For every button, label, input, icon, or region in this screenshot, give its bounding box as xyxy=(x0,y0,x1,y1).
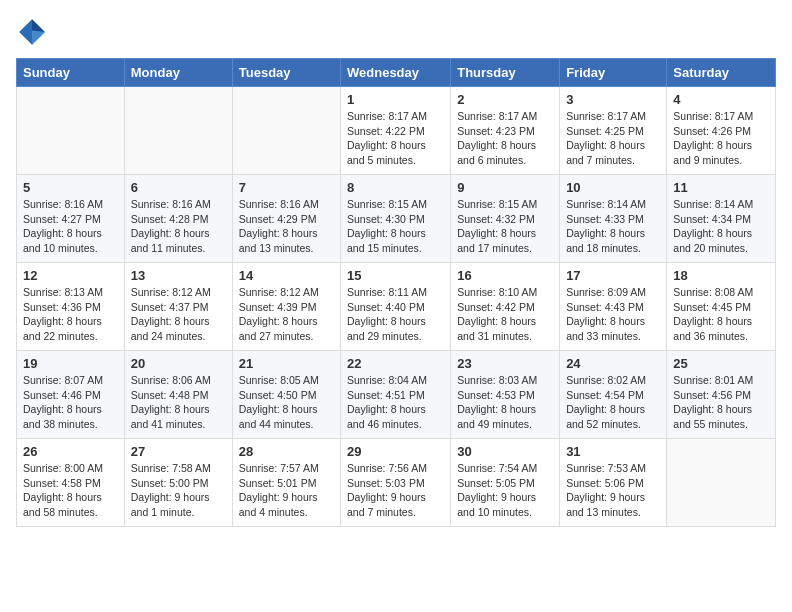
day-number: 25 xyxy=(673,356,769,371)
day-info: Sunrise: 8:11 AM Sunset: 4:40 PM Dayligh… xyxy=(347,285,444,344)
day-info: Sunrise: 8:15 AM Sunset: 4:30 PM Dayligh… xyxy=(347,197,444,256)
calendar-cell: 26Sunrise: 8:00 AM Sunset: 4:58 PM Dayli… xyxy=(17,439,125,527)
svg-marker-2 xyxy=(32,30,45,44)
calendar-cell: 24Sunrise: 8:02 AM Sunset: 4:54 PM Dayli… xyxy=(560,351,667,439)
day-info: Sunrise: 8:05 AM Sunset: 4:50 PM Dayligh… xyxy=(239,373,334,432)
weekday-header-friday: Friday xyxy=(560,59,667,87)
day-number: 22 xyxy=(347,356,444,371)
weekday-header-sunday: Sunday xyxy=(17,59,125,87)
day-info: Sunrise: 8:14 AM Sunset: 4:33 PM Dayligh… xyxy=(566,197,660,256)
calendar-cell xyxy=(124,87,232,175)
day-info: Sunrise: 8:17 AM Sunset: 4:22 PM Dayligh… xyxy=(347,109,444,168)
weekday-header-row: SundayMondayTuesdayWednesdayThursdayFrid… xyxy=(17,59,776,87)
day-info: Sunrise: 8:17 AM Sunset: 4:26 PM Dayligh… xyxy=(673,109,769,168)
calendar-cell: 8Sunrise: 8:15 AM Sunset: 4:30 PM Daylig… xyxy=(341,175,451,263)
day-info: Sunrise: 8:16 AM Sunset: 4:28 PM Dayligh… xyxy=(131,197,226,256)
day-info: Sunrise: 8:16 AM Sunset: 4:29 PM Dayligh… xyxy=(239,197,334,256)
calendar-cell xyxy=(667,439,776,527)
calendar-cell: 27Sunrise: 7:58 AM Sunset: 5:00 PM Dayli… xyxy=(124,439,232,527)
calendar-cell: 29Sunrise: 7:56 AM Sunset: 5:03 PM Dayli… xyxy=(341,439,451,527)
calendar-cell: 11Sunrise: 8:14 AM Sunset: 4:34 PM Dayli… xyxy=(667,175,776,263)
day-number: 31 xyxy=(566,444,660,459)
day-number: 21 xyxy=(239,356,334,371)
calendar-cell: 12Sunrise: 8:13 AM Sunset: 4:36 PM Dayli… xyxy=(17,263,125,351)
day-info: Sunrise: 8:08 AM Sunset: 4:45 PM Dayligh… xyxy=(673,285,769,344)
calendar-cell: 20Sunrise: 8:06 AM Sunset: 4:48 PM Dayli… xyxy=(124,351,232,439)
calendar-cell: 1Sunrise: 8:17 AM Sunset: 4:22 PM Daylig… xyxy=(341,87,451,175)
day-info: Sunrise: 8:00 AM Sunset: 4:58 PM Dayligh… xyxy=(23,461,118,520)
day-number: 15 xyxy=(347,268,444,283)
calendar-cell: 6Sunrise: 8:16 AM Sunset: 4:28 PM Daylig… xyxy=(124,175,232,263)
day-number: 5 xyxy=(23,180,118,195)
day-number: 20 xyxy=(131,356,226,371)
weekday-header-monday: Monday xyxy=(124,59,232,87)
day-info: Sunrise: 8:10 AM Sunset: 4:42 PM Dayligh… xyxy=(457,285,553,344)
day-info: Sunrise: 8:03 AM Sunset: 4:53 PM Dayligh… xyxy=(457,373,553,432)
day-info: Sunrise: 8:12 AM Sunset: 4:37 PM Dayligh… xyxy=(131,285,226,344)
day-number: 3 xyxy=(566,92,660,107)
day-number: 17 xyxy=(566,268,660,283)
day-info: Sunrise: 7:57 AM Sunset: 5:01 PM Dayligh… xyxy=(239,461,334,520)
day-number: 1 xyxy=(347,92,444,107)
day-number: 12 xyxy=(23,268,118,283)
day-number: 29 xyxy=(347,444,444,459)
day-number: 30 xyxy=(457,444,553,459)
day-info: Sunrise: 8:13 AM Sunset: 4:36 PM Dayligh… xyxy=(23,285,118,344)
day-number: 14 xyxy=(239,268,334,283)
calendar-cell: 17Sunrise: 8:09 AM Sunset: 4:43 PM Dayli… xyxy=(560,263,667,351)
day-info: Sunrise: 8:02 AM Sunset: 4:54 PM Dayligh… xyxy=(566,373,660,432)
day-info: Sunrise: 8:14 AM Sunset: 4:34 PM Dayligh… xyxy=(673,197,769,256)
day-number: 2 xyxy=(457,92,553,107)
day-number: 9 xyxy=(457,180,553,195)
week-row-4: 19Sunrise: 8:07 AM Sunset: 4:46 PM Dayli… xyxy=(17,351,776,439)
calendar-cell: 15Sunrise: 8:11 AM Sunset: 4:40 PM Dayli… xyxy=(341,263,451,351)
weekday-header-thursday: Thursday xyxy=(451,59,560,87)
calendar-cell: 4Sunrise: 8:17 AM Sunset: 4:26 PM Daylig… xyxy=(667,87,776,175)
calendar-cell: 9Sunrise: 8:15 AM Sunset: 4:32 PM Daylig… xyxy=(451,175,560,263)
day-info: Sunrise: 8:09 AM Sunset: 4:43 PM Dayligh… xyxy=(566,285,660,344)
calendar-cell: 23Sunrise: 8:03 AM Sunset: 4:53 PM Dayli… xyxy=(451,351,560,439)
calendar-cell: 21Sunrise: 8:05 AM Sunset: 4:50 PM Dayli… xyxy=(232,351,340,439)
day-number: 27 xyxy=(131,444,226,459)
week-row-5: 26Sunrise: 8:00 AM Sunset: 4:58 PM Dayli… xyxy=(17,439,776,527)
calendar-cell: 28Sunrise: 7:57 AM Sunset: 5:01 PM Dayli… xyxy=(232,439,340,527)
week-row-2: 5Sunrise: 8:16 AM Sunset: 4:27 PM Daylig… xyxy=(17,175,776,263)
calendar-cell: 5Sunrise: 8:16 AM Sunset: 4:27 PM Daylig… xyxy=(17,175,125,263)
calendar-cell: 16Sunrise: 8:10 AM Sunset: 4:42 PM Dayli… xyxy=(451,263,560,351)
weekday-header-tuesday: Tuesday xyxy=(232,59,340,87)
day-info: Sunrise: 8:17 AM Sunset: 4:25 PM Dayligh… xyxy=(566,109,660,168)
day-number: 13 xyxy=(131,268,226,283)
calendar-cell: 10Sunrise: 8:14 AM Sunset: 4:33 PM Dayli… xyxy=(560,175,667,263)
calendar-cell xyxy=(17,87,125,175)
day-number: 16 xyxy=(457,268,553,283)
calendar-cell: 19Sunrise: 8:07 AM Sunset: 4:46 PM Dayli… xyxy=(17,351,125,439)
weekday-header-saturday: Saturday xyxy=(667,59,776,87)
calendar-cell: 14Sunrise: 8:12 AM Sunset: 4:39 PM Dayli… xyxy=(232,263,340,351)
calendar-cell: 7Sunrise: 8:16 AM Sunset: 4:29 PM Daylig… xyxy=(232,175,340,263)
day-number: 8 xyxy=(347,180,444,195)
calendar-cell: 18Sunrise: 8:08 AM Sunset: 4:45 PM Dayli… xyxy=(667,263,776,351)
day-info: Sunrise: 8:07 AM Sunset: 4:46 PM Dayligh… xyxy=(23,373,118,432)
weekday-header-wednesday: Wednesday xyxy=(341,59,451,87)
day-number: 26 xyxy=(23,444,118,459)
day-info: Sunrise: 8:04 AM Sunset: 4:51 PM Dayligh… xyxy=(347,373,444,432)
day-info: Sunrise: 8:17 AM Sunset: 4:23 PM Dayligh… xyxy=(457,109,553,168)
logo-icon xyxy=(16,16,48,48)
week-row-3: 12Sunrise: 8:13 AM Sunset: 4:36 PM Dayli… xyxy=(17,263,776,351)
calendar-cell: 31Sunrise: 7:53 AM Sunset: 5:06 PM Dayli… xyxy=(560,439,667,527)
day-info: Sunrise: 7:53 AM Sunset: 5:06 PM Dayligh… xyxy=(566,461,660,520)
calendar-cell: 2Sunrise: 8:17 AM Sunset: 4:23 PM Daylig… xyxy=(451,87,560,175)
day-number: 11 xyxy=(673,180,769,195)
day-number: 24 xyxy=(566,356,660,371)
day-info: Sunrise: 7:58 AM Sunset: 5:00 PM Dayligh… xyxy=(131,461,226,520)
calendar-cell: 30Sunrise: 7:54 AM Sunset: 5:05 PM Dayli… xyxy=(451,439,560,527)
day-number: 23 xyxy=(457,356,553,371)
day-info: Sunrise: 8:12 AM Sunset: 4:39 PM Dayligh… xyxy=(239,285,334,344)
calendar-table: SundayMondayTuesdayWednesdayThursdayFrid… xyxy=(16,58,776,527)
calendar-cell: 13Sunrise: 8:12 AM Sunset: 4:37 PM Dayli… xyxy=(124,263,232,351)
day-number: 19 xyxy=(23,356,118,371)
page-header xyxy=(16,16,776,48)
day-info: Sunrise: 8:06 AM Sunset: 4:48 PM Dayligh… xyxy=(131,373,226,432)
day-info: Sunrise: 7:54 AM Sunset: 5:05 PM Dayligh… xyxy=(457,461,553,520)
day-number: 28 xyxy=(239,444,334,459)
